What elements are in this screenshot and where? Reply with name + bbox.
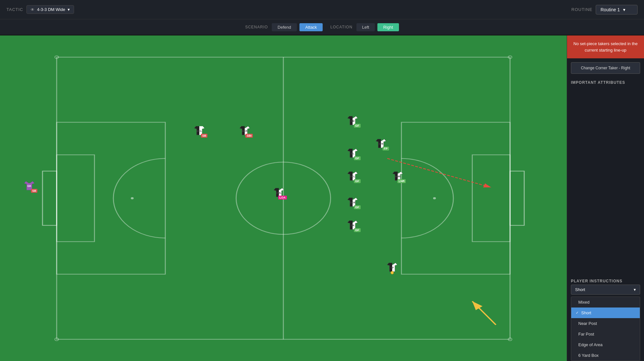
svg-text:DR: DR <box>351 224 354 227</box>
player-mcl[interactable]: MCL SB <box>193 123 206 137</box>
important-attrs-label: IMPORTANT ATTRIBUTES <box>567 78 644 86</box>
amr-shirt: AMR LNR <box>391 169 404 182</box>
dr-badge: GF <box>354 228 361 232</box>
dr-shirt: DR GF <box>346 218 359 231</box>
dm-badge: GF <box>354 124 361 128</box>
tactic-label: TACTIC <box>6 7 23 12</box>
svg-text:STR: STR <box>378 142 383 145</box>
dropdown-item-farpost[interactable]: Far Post <box>571 329 640 339</box>
player-dm[interactable]: DM GF <box>346 113 359 127</box>
gk-shirt: GK SB <box>23 179 36 192</box>
mcr-badge: SBI <box>245 134 253 138</box>
mcl-badge: SB <box>201 134 208 138</box>
routine-chevron-icon: ▾ <box>623 7 625 12</box>
routine-value: Routine 1 <box>601 7 620 12</box>
left-button[interactable]: Left <box>356 23 375 31</box>
dl-shirt: DL GF <box>346 146 359 160</box>
player-mcr[interactable]: MCR SBI <box>238 123 251 137</box>
instruction-select-bar[interactable]: Short ▾ <box>571 285 640 295</box>
player-aml[interactable]: AML LOA <box>272 185 286 199</box>
svg-text:DL: DL <box>351 152 354 155</box>
dcl-shirt: DCL GF <box>346 169 359 182</box>
top-bar: TACTIC 👁 4-3-3 DM Wide ▾ ROUTINE Routine… <box>0 0 644 19</box>
dropdown-item-nearpost-label: Near Post <box>578 321 597 326</box>
player-str[interactable]: STR FP <box>374 136 388 150</box>
change-corner-btn[interactable]: Change Corner Taker - Right <box>571 62 640 74</box>
mcl-shirt: MCL SB <box>193 123 206 137</box>
dcr-shirt: DCR GF <box>346 195 359 209</box>
tactic-chevron-icon: ▾ <box>68 7 70 12</box>
svg-text:MCR: MCR <box>242 130 248 132</box>
scenario-bar: SCENARIO Defend Attack LOCATION Left Rig… <box>0 19 644 35</box>
dropdown-item-farpost-label: Far Post <box>578 332 594 337</box>
attack-button[interactable]: Attack <box>299 23 323 31</box>
player-dr[interactable]: DR GF <box>346 218 359 231</box>
instruction-dropdown: Mixed ✓ Short Near Post Far Post Edge of… <box>571 297 640 361</box>
svg-point-8 <box>131 197 134 200</box>
routine-section: ROUTINE Routine 1 ▾ <box>572 5 638 15</box>
svg-text:GK: GK <box>27 185 32 188</box>
dl-badge: GF <box>354 156 361 160</box>
dropdown-item-edgeofarea[interactable]: Edge of Area <box>571 339 640 350</box>
alert-box: No set-piece takers selected in the curr… <box>567 35 644 58</box>
instruction-chevron-icon: ▾ <box>634 287 636 292</box>
svg-text:AML: AML <box>276 191 281 194</box>
dm-shirt: DM GF <box>346 113 359 127</box>
scenario-label: SCENARIO <box>245 25 268 29</box>
dcl-badge: GF <box>354 179 361 183</box>
dropdown-item-mixed[interactable]: Mixed <box>571 297 640 307</box>
routine-select[interactable]: Routine 1 ▾ <box>596 5 638 15</box>
svg-text:CF: CF <box>391 266 394 269</box>
location-label: LOCATION <box>330 25 352 29</box>
svg-text:AMR: AMR <box>395 175 401 178</box>
dropdown-item-6yardbox-label: 6 Yard Box <box>578 353 599 358</box>
mcr-shirt: MCR SBI <box>238 123 251 137</box>
panel-spacer <box>567 86 644 276</box>
gk-badge: SB <box>31 189 38 193</box>
player-corner-taker[interactable]: CF <box>385 260 399 274</box>
amr-badge: LNR <box>397 179 406 183</box>
dcr-badge: GF <box>354 205 361 209</box>
corner-taker-indicator <box>391 271 394 274</box>
dropdown-item-mixed-label: Mixed <box>578 300 590 305</box>
tactic-value: 4-3-3 DM Wide <box>37 7 65 12</box>
dropdown-item-edgeofarea-label: Edge of Area <box>578 342 602 347</box>
player-dcl[interactable]: DCL GF <box>346 169 359 182</box>
svg-text:DCR: DCR <box>350 201 355 204</box>
player-amr[interactable]: AMR LNR <box>391 169 404 182</box>
player-dl[interactable]: DL GF <box>346 146 359 160</box>
aml-shirt: AML LOA <box>272 185 286 199</box>
aml-badge: LOA <box>278 196 287 200</box>
svg-text:DCL: DCL <box>350 175 355 178</box>
right-button[interactable]: Right <box>377 23 399 31</box>
svg-text:MCL: MCL <box>197 130 202 132</box>
right-panel: No set-piece takers selected in the curr… <box>567 35 644 361</box>
pitch-container: GK SB MCL SB <box>0 35 567 361</box>
player-instructions-label: PLAYER INSTRUCTIONS <box>567 276 644 285</box>
eye-icon: 👁 <box>31 7 34 12</box>
svg-point-12 <box>433 197 436 200</box>
routine-label: ROUTINE <box>572 7 593 12</box>
defend-button[interactable]: Defend <box>272 23 297 31</box>
main-content: GK SB MCL SB <box>0 35 644 361</box>
tactic-select[interactable]: 👁 4-3-3 DM Wide ▾ <box>26 5 74 14</box>
dropdown-item-short[interactable]: ✓ Short <box>571 307 640 318</box>
dropdown-item-short-label: Short <box>581 310 591 315</box>
svg-text:DM: DM <box>351 120 354 123</box>
player-dcr[interactable]: DCR GF <box>346 195 359 209</box>
player-gk[interactable]: GK SB <box>23 179 36 192</box>
str-badge: FP <box>383 147 389 151</box>
current-instruction: Short <box>575 287 585 292</box>
dropdown-item-6yardbox[interactable]: 6 Yard Box <box>571 350 640 361</box>
dropdown-item-nearpost[interactable]: Near Post <box>571 318 640 329</box>
str-shirt: STR FP <box>374 136 388 150</box>
alert-text: No set-piece takers selected in the curr… <box>573 41 638 53</box>
